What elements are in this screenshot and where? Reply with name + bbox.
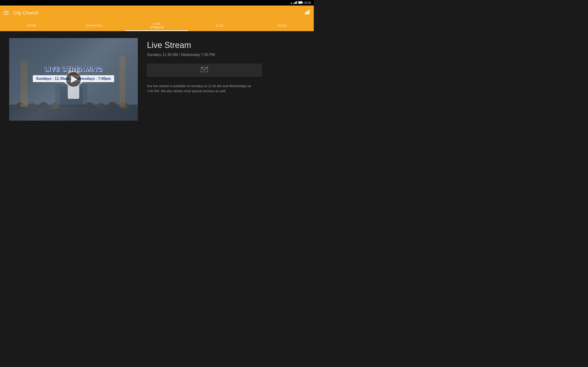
info-section: Live Stream Sundays 11:30 AM / Wednesday… <box>147 38 304 169</box>
svg-rect-1 <box>294 2 295 4</box>
svg-point-22 <box>85 102 94 109</box>
svg-rect-2 <box>295 2 296 4</box>
app-bar-left: City Church <box>4 10 38 16</box>
svg-rect-8 <box>307 11 308 15</box>
video-section: LIVE STREAMING Sundays - 11:30am / Wedne… <box>9 38 138 169</box>
svg-rect-5 <box>303 2 303 3</box>
hamburger-line-3 <box>4 14 9 15</box>
svg-point-23 <box>97 103 105 110</box>
bar-chart-button[interactable] <box>304 9 310 16</box>
envelope-icon <box>201 67 208 73</box>
app-bar: City Church <box>0 6 314 20</box>
svg-rect-3 <box>296 1 297 4</box>
video-player[interactable]: LIVE STREAMING Sundays - 11:30am / Wedne… <box>9 38 138 121</box>
live-stream-schedule: Sundays 11:30 AM / Wednesday 7:00 PM <box>147 53 304 57</box>
status-bar: ▲ 10:26 <box>0 0 314 6</box>
tab-more[interactable]: MORE <box>251 20 314 31</box>
nav-tabs: HOME SERMONS LIVESTREAM GIVE MORE <box>0 20 314 31</box>
svg-rect-7 <box>305 12 306 15</box>
live-stream-heading: Live Stream <box>147 40 304 50</box>
svg-point-20 <box>39 102 48 109</box>
description-text: Our live stream is available on Sundays … <box>147 83 257 94</box>
main-content: LIVE STREAMING Sundays - 11:30am / Wedne… <box>0 31 314 176</box>
play-triangle-icon <box>71 76 78 83</box>
tab-give[interactable]: GIVE <box>188 20 251 31</box>
svg-point-21 <box>51 103 60 109</box>
svg-rect-0 <box>294 3 294 4</box>
status-icons: ▲ 10:26 <box>290 1 311 4</box>
app-title: City Church <box>13 10 38 16</box>
svg-rect-26 <box>21 61 27 107</box>
tab-home[interactable]: HOME <box>0 20 63 31</box>
svg-point-19 <box>28 103 36 110</box>
hamburger-menu-button[interactable] <box>4 11 9 15</box>
battery-icon <box>298 1 303 4</box>
svg-rect-9 <box>308 10 309 15</box>
status-time: 10:26 <box>304 1 311 4</box>
hamburger-line-2 <box>4 13 9 13</box>
tab-live-stream[interactable]: LIVESTREAM <box>125 20 188 31</box>
signal-icon <box>294 1 297 4</box>
play-button[interactable] <box>66 72 81 87</box>
wifi-icon: ▲ <box>290 1 293 4</box>
svg-point-24 <box>108 102 117 109</box>
svg-rect-6 <box>298 2 302 3</box>
email-button[interactable] <box>147 64 262 77</box>
hamburger-line-1 <box>4 11 9 11</box>
tab-sermons[interactable]: SERMONS <box>63 20 125 31</box>
svg-rect-27 <box>120 56 125 107</box>
